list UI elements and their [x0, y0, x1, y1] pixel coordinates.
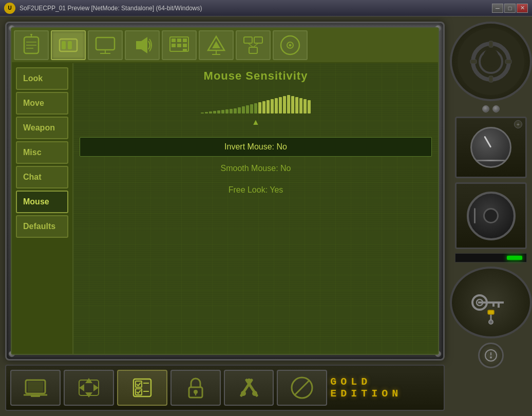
tab-cd[interactable]: [273, 30, 308, 60]
close-button[interactable]: ✕: [517, 4, 528, 13]
icon-tabs: [12, 28, 438, 63]
svg-point-33: [289, 44, 292, 47]
bottom-btn-lock[interactable]: [170, 370, 221, 406]
disk-lever: [474, 208, 476, 223]
tab-display[interactable]: [88, 30, 123, 60]
option-freelook[interactable]: Free Look: Yes: [80, 180, 432, 200]
nav-look[interactable]: Look: [16, 67, 68, 90]
svg-point-77: [490, 356, 492, 358]
svg-rect-44: [136, 381, 142, 387]
screen-display: Look Move Weapon Misc Chat Mouse Default…: [11, 27, 439, 355]
svg-rect-16: [172, 44, 176, 47]
svg-point-54: [252, 391, 257, 396]
svg-rect-28: [249, 47, 257, 53]
key-widget: [450, 267, 532, 338]
svg-marker-40: [79, 384, 84, 391]
content-area: Look Move Weapon Misc Chat Mouse Default…: [12, 63, 438, 354]
dial-plus-btn[interactable]: +: [514, 120, 522, 128]
option-invert[interactable]: Invert Mouse: No: [80, 137, 432, 157]
title-bar: U SoF2UECPP_01 Preview [NetMode: Standal…: [0, 0, 532, 16]
svg-rect-19: [183, 39, 187, 42]
gear-inner: [458, 28, 524, 95]
maximize-button[interactable]: □: [504, 4, 516, 13]
bottom-btn-tools[interactable]: [224, 370, 274, 406]
side-nav: Look Move Weapon Misc Chat Mouse Default…: [12, 63, 73, 354]
svg-rect-26: [244, 37, 252, 43]
svg-line-30: [253, 43, 258, 47]
svg-point-73: [489, 320, 493, 324]
window-controls: ─ □ ✕: [492, 4, 528, 13]
svg-rect-35: [28, 382, 43, 392]
right-panel: +: [450, 22, 532, 411]
green-dot: [507, 256, 522, 260]
svg-rect-15: [172, 39, 176, 42]
disk-inner: [483, 208, 499, 223]
bolt-r1: [482, 105, 489, 112]
screen-frame: Look Move Weapon Misc Chat Mouse Default…: [5, 22, 445, 361]
svg-line-57: [294, 380, 310, 395]
svg-rect-37: [31, 395, 40, 397]
svg-rect-7: [62, 41, 66, 49]
tab-ammo[interactable]: [51, 30, 86, 60]
dial-widget: +: [455, 117, 527, 178]
options-list: Invert Mouse: No Smooth Mouse: No Free L…: [80, 137, 432, 200]
svg-point-55: [246, 379, 252, 384]
nav-misc[interactable]: Misc: [16, 141, 68, 164]
svg-point-2: [30, 34, 32, 35]
svg-rect-64: [505, 60, 511, 64]
bottom-corner-btn[interactable]: [478, 343, 504, 368]
svg-rect-74: [488, 310, 494, 314]
svg-rect-17: [177, 39, 181, 42]
svg-rect-21: [183, 49, 187, 51]
nav-chat[interactable]: Chat: [16, 166, 68, 188]
svg-rect-12: [136, 41, 141, 49]
svg-marker-13: [141, 37, 147, 53]
option-smooth[interactable]: Smooth Mouse: No: [80, 159, 432, 178]
svg-point-66: [487, 50, 495, 59]
svg-rect-62: [489, 76, 493, 82]
tab-controls[interactable]: [162, 30, 197, 60]
svg-rect-27: [254, 37, 262, 43]
nav-defaults[interactable]: Defaults: [16, 215, 68, 238]
tab-network[interactable]: [236, 30, 271, 60]
right-bolts: [482, 105, 500, 112]
svg-marker-41: [93, 384, 99, 391]
green-indicator: [455, 253, 527, 262]
bottom-btn-cancel[interactable]: [277, 370, 327, 406]
sensitivity-slider[interactable]: ▲: [80, 89, 432, 131]
corner-icon: [484, 348, 498, 363]
main-container: Look Move Weapon Misc Chat Mouse Default…: [0, 16, 532, 416]
app-logo: U: [4, 3, 15, 14]
bolt-r2: [492, 105, 500, 112]
gear-widget: [450, 22, 532, 101]
svg-rect-61: [489, 41, 493, 47]
slider-track[interactable]: [201, 93, 311, 114]
bottom-bar: GOLD EDITION: [5, 365, 445, 411]
gear-icon: [465, 36, 517, 87]
disk-circle: [467, 192, 516, 240]
dial-needle: [484, 136, 491, 148]
bottom-btn-checklist[interactable]: [117, 370, 167, 406]
tab-audio[interactable]: [125, 30, 160, 60]
title-bar-left: U SoF2UECPP_01 Preview [NetMode: Standal…: [4, 3, 202, 14]
svg-rect-20: [183, 44, 187, 47]
svg-rect-18: [177, 44, 181, 47]
key-icon: [465, 277, 517, 328]
nav-weapon[interactable]: Weapon: [16, 117, 68, 139]
tab-game[interactable]: [199, 30, 234, 60]
svg-rect-63: [470, 60, 477, 64]
gold-edition-text: GOLD EDITION: [330, 376, 440, 400]
nav-move[interactable]: Move: [16, 92, 68, 115]
dial-circle: [470, 127, 511, 168]
bottom-btn-laptop[interactable]: [10, 370, 61, 406]
main-content: Mouse Sensitivity ▲ Invert Mouse: No Smo…: [73, 63, 438, 354]
bottom-btn-arrows[interactable]: [64, 370, 114, 406]
window-title: SoF2UECPP_01 Preview [NetMode: Standalon…: [20, 5, 202, 12]
tab-dogtag[interactable]: [14, 30, 49, 60]
gold-edition-container: GOLD EDITION: [330, 376, 440, 400]
slider-indicator: ▲: [252, 118, 260, 127]
svg-line-29: [248, 43, 253, 47]
svg-point-53: [241, 391, 246, 396]
nav-mouse[interactable]: Mouse: [16, 191, 68, 213]
minimize-button[interactable]: ─: [492, 4, 503, 13]
